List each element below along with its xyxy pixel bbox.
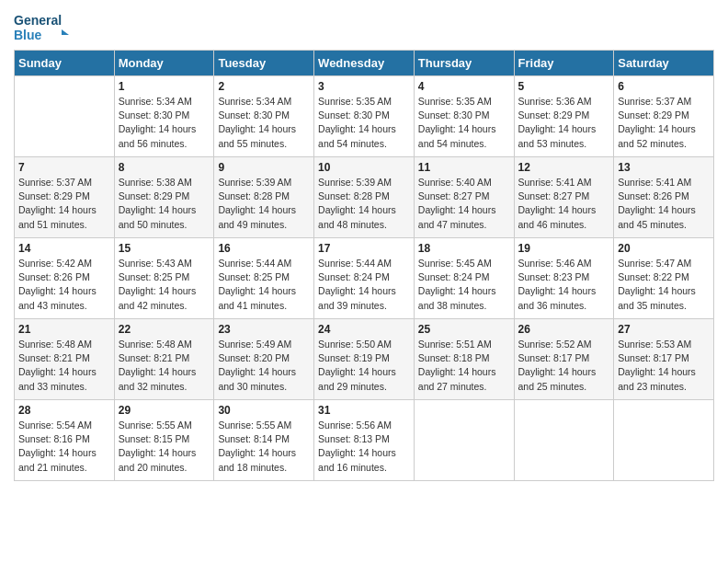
day-number: 2 [218, 80, 310, 93]
calendar-cell: 23Sunrise: 5:49 AM Sunset: 8:20 PM Dayli… [214, 319, 314, 400]
cell-info: Sunrise: 5:38 AM Sunset: 8:29 PM Dayligh… [119, 176, 210, 232]
cell-info: Sunrise: 5:50 AM Sunset: 8:19 PM Dayligh… [318, 338, 410, 394]
page-header: GeneralBlue [14, 9, 714, 46]
day-number: 9 [218, 161, 310, 174]
logo-icon: GeneralBlue [14, 9, 78, 46]
calendar-cell: 22Sunrise: 5:48 AM Sunset: 8:21 PM Dayli… [114, 319, 214, 400]
cell-info: Sunrise: 5:48 AM Sunset: 8:21 PM Dayligh… [119, 338, 210, 394]
header-saturday: Saturday [614, 51, 714, 76]
calendar-cell: 25Sunrise: 5:51 AM Sunset: 8:18 PM Dayli… [414, 319, 514, 400]
day-number: 14 [18, 242, 110, 255]
calendar-cell: 8Sunrise: 5:38 AM Sunset: 8:29 PM Daylig… [114, 157, 214, 238]
calendar-cell: 19Sunrise: 5:46 AM Sunset: 8:23 PM Dayli… [514, 238, 614, 319]
cell-info: Sunrise: 5:55 AM Sunset: 8:15 PM Dayligh… [119, 419, 210, 475]
cell-info: Sunrise: 5:39 AM Sunset: 8:28 PM Dayligh… [218, 176, 310, 232]
calendar-cell: 30Sunrise: 5:55 AM Sunset: 8:14 PM Dayli… [214, 400, 314, 481]
calendar-week-row: 7Sunrise: 5:37 AM Sunset: 8:29 PM Daylig… [15, 157, 714, 238]
header-thursday: Thursday [414, 51, 514, 76]
cell-info: Sunrise: 5:44 AM Sunset: 8:24 PM Dayligh… [318, 257, 410, 313]
cell-info: Sunrise: 5:36 AM Sunset: 8:29 PM Dayligh… [518, 95, 610, 151]
calendar-cell: 29Sunrise: 5:55 AM Sunset: 8:15 PM Dayli… [114, 400, 214, 481]
day-number: 8 [119, 161, 210, 174]
cell-info: Sunrise: 5:40 AM Sunset: 8:27 PM Dayligh… [418, 176, 510, 232]
calendar-cell: 11Sunrise: 5:40 AM Sunset: 8:27 PM Dayli… [414, 157, 514, 238]
day-number: 11 [418, 161, 510, 174]
calendar-cell: 15Sunrise: 5:43 AM Sunset: 8:25 PM Dayli… [114, 238, 214, 319]
day-number: 30 [218, 404, 310, 417]
calendar-header-row: SundayMondayTuesdayWednesdayThursdayFrid… [15, 51, 714, 76]
day-number: 31 [318, 404, 410, 417]
cell-info: Sunrise: 5:54 AM Sunset: 8:16 PM Dayligh… [18, 419, 110, 475]
calendar-cell: 17Sunrise: 5:44 AM Sunset: 8:24 PM Dayli… [314, 238, 415, 319]
day-number: 13 [618, 161, 710, 174]
calendar-cell: 27Sunrise: 5:53 AM Sunset: 8:17 PM Dayli… [614, 319, 714, 400]
header-tuesday: Tuesday [214, 51, 314, 76]
day-number: 26 [518, 323, 610, 336]
cell-info: Sunrise: 5:49 AM Sunset: 8:20 PM Dayligh… [218, 338, 310, 394]
day-number: 18 [418, 242, 510, 255]
cell-info: Sunrise: 5:46 AM Sunset: 8:23 PM Dayligh… [518, 257, 610, 313]
day-number: 5 [518, 80, 610, 93]
day-number: 22 [119, 323, 210, 336]
day-number: 6 [618, 80, 710, 93]
cell-info: Sunrise: 5:56 AM Sunset: 8:13 PM Dayligh… [318, 419, 410, 475]
header-wednesday: Wednesday [314, 51, 415, 76]
calendar-cell: 12Sunrise: 5:41 AM Sunset: 8:27 PM Dayli… [514, 157, 614, 238]
header-sunday: Sunday [15, 51, 115, 76]
calendar-table: SundayMondayTuesdayWednesdayThursdayFrid… [14, 50, 714, 481]
calendar-cell: 1Sunrise: 5:34 AM Sunset: 8:30 PM Daylig… [114, 76, 214, 157]
day-number: 25 [418, 323, 510, 336]
day-number: 29 [119, 404, 210, 417]
calendar-cell: 16Sunrise: 5:44 AM Sunset: 8:25 PM Dayli… [214, 238, 314, 319]
calendar-cell: 5Sunrise: 5:36 AM Sunset: 8:29 PM Daylig… [514, 76, 614, 157]
calendar-cell [514, 400, 614, 481]
cell-info: Sunrise: 5:52 AM Sunset: 8:17 PM Dayligh… [518, 338, 610, 394]
calendar-cell [15, 76, 115, 157]
day-number: 7 [18, 161, 110, 174]
calendar-cell: 2Sunrise: 5:34 AM Sunset: 8:30 PM Daylig… [214, 76, 314, 157]
header-friday: Friday [514, 51, 614, 76]
calendar-cell: 18Sunrise: 5:45 AM Sunset: 8:24 PM Dayli… [414, 238, 514, 319]
day-number: 4 [418, 80, 510, 93]
calendar-week-row: 28Sunrise: 5:54 AM Sunset: 8:16 PM Dayli… [15, 400, 714, 481]
cell-info: Sunrise: 5:43 AM Sunset: 8:25 PM Dayligh… [119, 257, 210, 313]
calendar-cell: 4Sunrise: 5:35 AM Sunset: 8:30 PM Daylig… [414, 76, 514, 157]
day-number: 28 [18, 404, 110, 417]
cell-info: Sunrise: 5:42 AM Sunset: 8:26 PM Dayligh… [18, 257, 110, 313]
day-number: 1 [119, 80, 210, 93]
cell-info: Sunrise: 5:48 AM Sunset: 8:21 PM Dayligh… [18, 338, 110, 394]
cell-info: Sunrise: 5:47 AM Sunset: 8:22 PM Dayligh… [618, 257, 710, 313]
cell-info: Sunrise: 5:41 AM Sunset: 8:27 PM Dayligh… [518, 176, 610, 232]
calendar-cell: 6Sunrise: 5:37 AM Sunset: 8:29 PM Daylig… [614, 76, 714, 157]
day-number: 16 [218, 242, 310, 255]
cell-info: Sunrise: 5:39 AM Sunset: 8:28 PM Dayligh… [318, 176, 410, 232]
day-number: 12 [518, 161, 610, 174]
day-number: 10 [318, 161, 410, 174]
logo: GeneralBlue [14, 9, 78, 46]
cell-info: Sunrise: 5:44 AM Sunset: 8:25 PM Dayligh… [218, 257, 310, 313]
calendar-cell: 7Sunrise: 5:37 AM Sunset: 8:29 PM Daylig… [15, 157, 115, 238]
calendar-cell: 31Sunrise: 5:56 AM Sunset: 8:13 PM Dayli… [314, 400, 415, 481]
cell-info: Sunrise: 5:35 AM Sunset: 8:30 PM Dayligh… [318, 95, 410, 151]
day-number: 20 [618, 242, 710, 255]
calendar-cell: 9Sunrise: 5:39 AM Sunset: 8:28 PM Daylig… [214, 157, 314, 238]
calendar-cell [414, 400, 514, 481]
svg-marker-2 [62, 29, 69, 35]
cell-info: Sunrise: 5:34 AM Sunset: 8:30 PM Dayligh… [218, 95, 310, 151]
calendar-cell: 10Sunrise: 5:39 AM Sunset: 8:28 PM Dayli… [314, 157, 415, 238]
calendar-cell: 26Sunrise: 5:52 AM Sunset: 8:17 PM Dayli… [514, 319, 614, 400]
cell-info: Sunrise: 5:45 AM Sunset: 8:24 PM Dayligh… [418, 257, 510, 313]
calendar-cell: 21Sunrise: 5:48 AM Sunset: 8:21 PM Dayli… [15, 319, 115, 400]
calendar-cell: 24Sunrise: 5:50 AM Sunset: 8:19 PM Dayli… [314, 319, 415, 400]
cell-info: Sunrise: 5:53 AM Sunset: 8:17 PM Dayligh… [618, 338, 710, 394]
calendar-cell [614, 400, 714, 481]
calendar-week-row: 1Sunrise: 5:34 AM Sunset: 8:30 PM Daylig… [15, 76, 714, 157]
svg-text:Blue: Blue [14, 28, 42, 42]
cell-info: Sunrise: 5:37 AM Sunset: 8:29 PM Dayligh… [18, 176, 110, 232]
calendar-cell: 20Sunrise: 5:47 AM Sunset: 8:22 PM Dayli… [614, 238, 714, 319]
day-number: 15 [119, 242, 210, 255]
calendar-cell: 13Sunrise: 5:41 AM Sunset: 8:26 PM Dayli… [614, 157, 714, 238]
cell-info: Sunrise: 5:37 AM Sunset: 8:29 PM Dayligh… [618, 95, 710, 151]
day-number: 23 [218, 323, 310, 336]
calendar-cell: 3Sunrise: 5:35 AM Sunset: 8:30 PM Daylig… [314, 76, 415, 157]
